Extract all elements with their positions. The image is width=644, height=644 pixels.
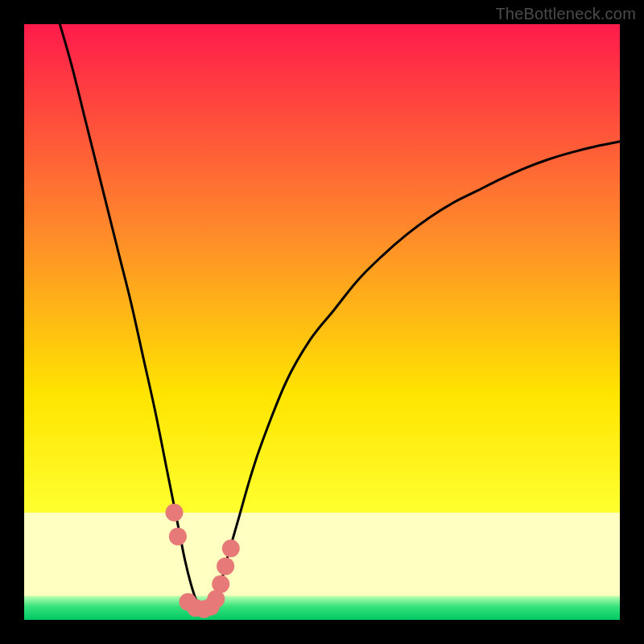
plot-area xyxy=(24,24,620,620)
pale-band xyxy=(24,513,620,597)
green-band xyxy=(24,596,620,620)
data-marker xyxy=(222,539,240,557)
data-marker xyxy=(212,576,229,593)
chart-frame: TheBottleneck.com xyxy=(0,0,644,644)
data-marker xyxy=(165,504,183,522)
bottleneck-chart xyxy=(24,24,620,620)
attribution-text: TheBottleneck.com xyxy=(495,5,636,23)
data-marker xyxy=(169,527,187,545)
data-marker xyxy=(217,557,234,575)
